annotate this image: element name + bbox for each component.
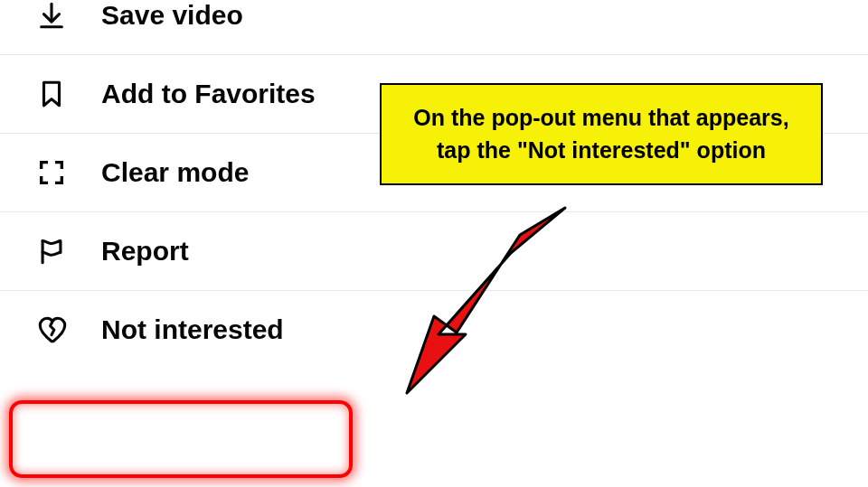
menu-item-label: Save video	[101, 0, 243, 31]
menu-item-label: Not interested	[101, 314, 284, 345]
heart-broken-icon	[36, 314, 80, 345]
menu-item-report[interactable]: Report	[0, 212, 868, 291]
flag-icon	[36, 236, 80, 267]
bookmark-icon	[36, 79, 80, 109]
download-icon	[36, 0, 80, 31]
highlight-box	[9, 400, 353, 478]
menu-item-label: Report	[101, 236, 189, 267]
menu-item-save-video[interactable]: Save video	[0, 0, 868, 55]
instruction-callout: On the pop-out menu that appears, tap th…	[380, 83, 823, 185]
menu-item-label: Add to Favorites	[101, 79, 316, 109]
callout-text: On the pop-out menu that appears, tap th…	[413, 105, 788, 163]
fullscreen-icon	[36, 157, 80, 188]
menu-item-not-interested[interactable]: Not interested	[0, 291, 868, 369]
menu-item-label: Clear mode	[101, 157, 249, 188]
